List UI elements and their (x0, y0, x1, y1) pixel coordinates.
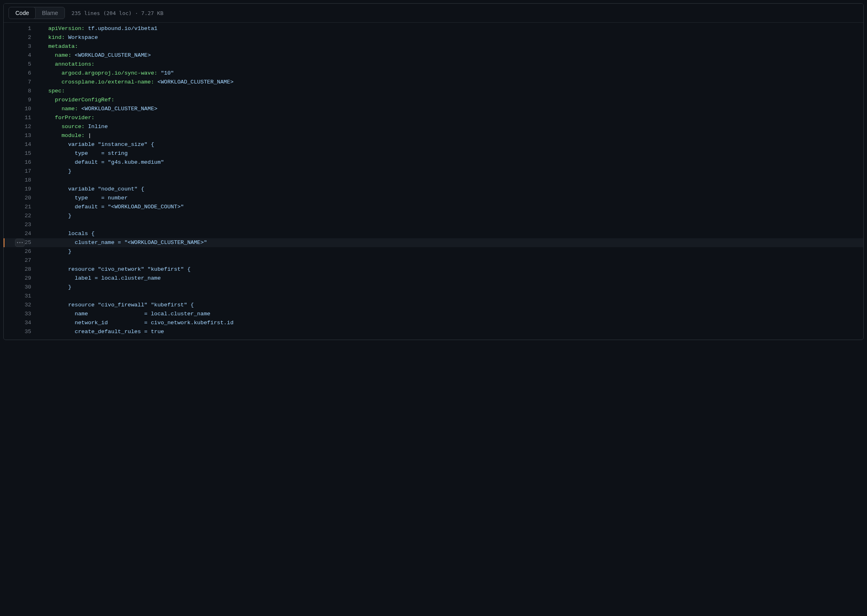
code-line: kind: Workspace (48, 33, 863, 42)
code-line: locals { (48, 229, 863, 238)
code-line: resource "civo_firewall" "kubefirst" { (48, 301, 863, 310)
code-line: metadata: (48, 42, 863, 51)
line-number[interactable]: 12 (4, 122, 39, 131)
code-line (48, 256, 863, 265)
line-number[interactable]: 26 (4, 247, 39, 256)
kebab-horizontal-icon (17, 240, 23, 246)
code-content[interactable]: apiVersion: tf.upbound.io/v1beta1kind: W… (39, 23, 863, 340)
line-number[interactable]: 31 (4, 292, 39, 301)
code-line: network_id = civo_network.kubefirst.id (48, 319, 863, 327)
file-view-container: Code Blame 235 lines (204 loc) · 7.27 KB… (3, 3, 864, 340)
line-number[interactable]: 19 (4, 185, 39, 194)
file-toolbar: Code Blame 235 lines (204 loc) · 7.27 KB (4, 4, 863, 23)
code-line: crossplane.io/external-name: <WORKLOAD_C… (48, 78, 863, 87)
line-number[interactable]: 23 (4, 220, 39, 229)
code-line: } (48, 212, 863, 220)
code-line: module: | (48, 131, 863, 140)
line-number[interactable]: 14 (4, 140, 39, 149)
code-line (48, 292, 863, 301)
line-number[interactable]: 7 (4, 78, 39, 87)
code-line: } (48, 247, 863, 256)
line-number[interactable]: 6 (4, 69, 39, 78)
code-line (48, 176, 863, 185)
code-line: source: Inline (48, 122, 863, 131)
line-number[interactable]: 4 (4, 51, 39, 60)
code-line: resource "civo_network" "kubefirst" { (48, 265, 863, 274)
code-area: 1234567891011121314151617181920212223242… (4, 23, 863, 340)
line-number[interactable]: 16 (4, 158, 39, 167)
code-line: providerConfigRef: (48, 96, 863, 105)
line-number[interactable]: 35 (4, 327, 39, 336)
line-number[interactable]: 20 (4, 194, 39, 203)
line-number[interactable]: 2 (4, 33, 39, 42)
line-number[interactable]: 13 (4, 131, 39, 140)
line-number[interactable]: 34 (4, 319, 39, 327)
line-number[interactable]: 11 (4, 113, 39, 122)
code-line: name: <WORKLOAD_CLUSTER_NAME> (48, 105, 863, 113)
line-number[interactable]: 21 (4, 203, 39, 212)
code-line: name: <WORKLOAD_CLUSTER_NAME> (48, 51, 863, 60)
code-line: argocd.argoproj.io/sync-wave: "10" (48, 69, 863, 78)
code-line: type = string (48, 149, 863, 158)
code-line: } (48, 167, 863, 176)
file-info-text: 235 lines (204 loc) · 7.27 KB (71, 10, 163, 16)
code-line: } (48, 283, 863, 292)
code-line: create_default_rules = true (48, 327, 863, 336)
line-number[interactable]: 33 (4, 310, 39, 319)
line-number[interactable]: 32 (4, 301, 39, 310)
line-actions-button[interactable] (15, 239, 25, 247)
line-number[interactable]: 10 (4, 105, 39, 113)
code-line: annotations: (48, 60, 863, 69)
line-number[interactable]: 30 (4, 283, 39, 292)
code-line: apiVersion: tf.upbound.io/v1beta1 (48, 24, 863, 33)
line-number[interactable]: 29 (4, 274, 39, 283)
line-number[interactable]: 17 (4, 167, 39, 176)
line-number[interactable]: 22 (4, 212, 39, 220)
line-number[interactable]: 8 (4, 87, 39, 96)
code-line: default = "g4s.kube.medium" (48, 158, 863, 167)
line-number[interactable]: 27 (4, 256, 39, 265)
line-number[interactable]: 1 (4, 24, 39, 33)
code-line: type = number (48, 194, 863, 203)
code-line: forProvider: (48, 113, 863, 122)
line-number[interactable]: 28 (4, 265, 39, 274)
code-line: variable "instance_size" { (48, 140, 863, 149)
code-line: label = local.cluster_name (48, 274, 863, 283)
line-number[interactable]: 15 (4, 149, 39, 158)
code-line (48, 220, 863, 229)
line-number[interactable]: 24 (4, 229, 39, 238)
line-number[interactable]: 18 (4, 176, 39, 185)
line-number[interactable]: 5 (4, 60, 39, 69)
code-line: variable "node_count" { (48, 185, 863, 194)
line-number[interactable]: 3 (4, 42, 39, 51)
code-line: default = "<WORKLOAD_NODE_COUNT>" (48, 203, 863, 212)
line-number[interactable]: 9 (4, 96, 39, 105)
code-line: name = local.cluster_name (48, 310, 863, 319)
code-line: spec: (48, 87, 863, 96)
line-number-gutter: 1234567891011121314151617181920212223242… (4, 23, 39, 340)
code-tab[interactable]: Code (9, 7, 36, 19)
blame-tab[interactable]: Blame (35, 7, 64, 19)
code-line: cluster_name = "<WORKLOAD_CLUSTER_NAME>" (48, 238, 863, 247)
view-toggle-group: Code Blame (9, 7, 65, 19)
